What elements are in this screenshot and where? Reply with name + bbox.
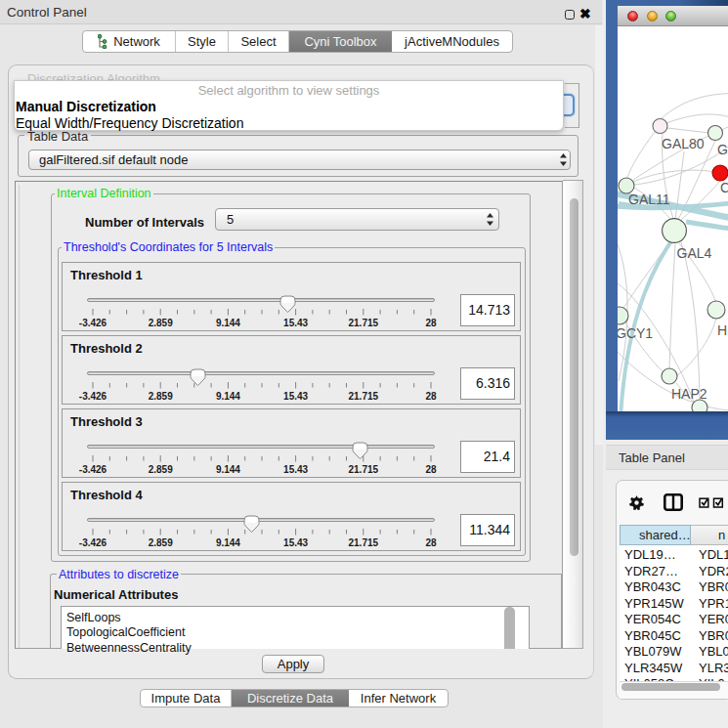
svg-text:GA: GA [717,142,728,157]
svg-text:GAL4: GAL4 [677,245,712,261]
svg-text:GCY1: GCY1 [618,325,653,341]
svg-text:HAP2: HAP2 [671,386,707,402]
svg-text:H: H [717,322,727,338]
svg-text:GAL80: GAL80 [662,136,705,151]
svg-text:C: C [720,180,728,195]
svg-text:GAL11: GAL11 [628,192,670,207]
